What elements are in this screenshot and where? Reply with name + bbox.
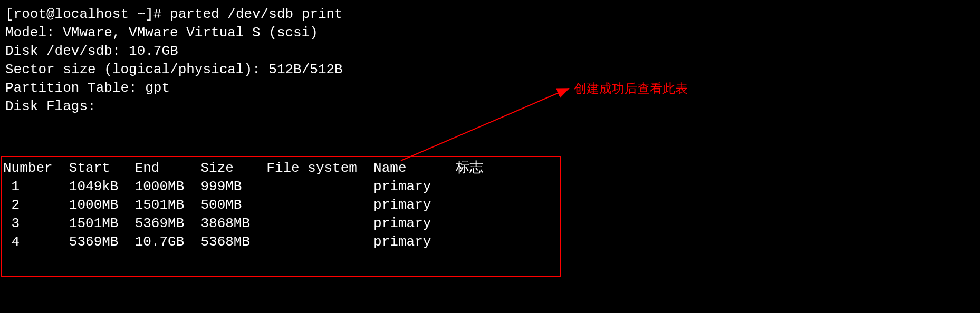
command-text: parted /dev/sdb print	[170, 6, 343, 22]
annotation-label: 创建成功后查看此表	[574, 80, 688, 97]
command-line: [root@localhost ~]# parted /dev/sdb prin…	[5, 5, 980, 24]
output-disk: Disk /dev/sdb: 10.7GB	[5, 42, 980, 61]
partition-table: Number Start End Size File system Name 标…	[3, 159, 559, 251]
shell-prompt: [root@localhost ~]#	[5, 6, 170, 22]
output-sector: Sector size (logical/physical): 512B/512…	[5, 61, 980, 79]
output-model: Model: VMware, VMware Virtual S (scsi)	[5, 24, 980, 42]
output-dflags: Disk Flags:	[5, 97, 980, 116]
output-ptable: Partition Table: gpt	[5, 79, 980, 97]
partition-table-highlight: Number Start End Size File system Name 标…	[1, 156, 561, 277]
